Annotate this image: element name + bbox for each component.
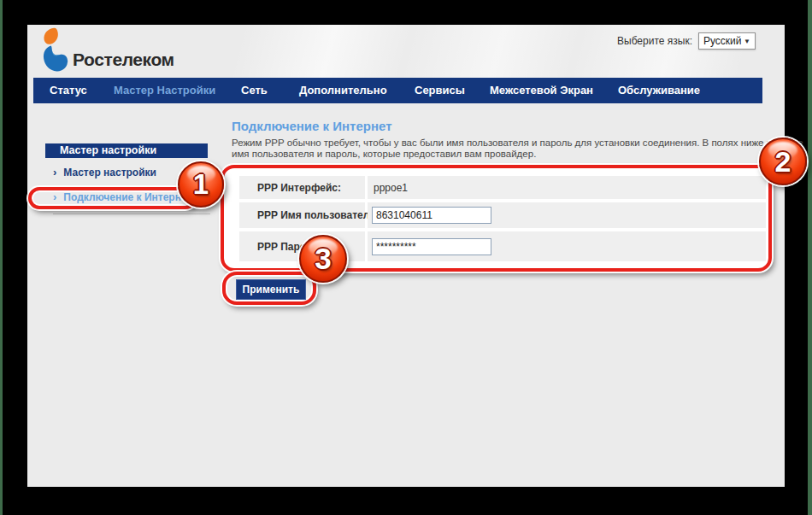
rostelecom-logo: Ростелеком (41, 27, 174, 72)
bullet-icon: › (53, 166, 56, 178)
form-row-username: PPP Имя пользователя: (239, 202, 766, 228)
nav-item-services[interactable]: Сервисы (415, 78, 465, 103)
left-edge-strip (0, 0, 3, 515)
sidebar-item-label: Мастер настройки (63, 167, 156, 178)
annotation-step-3: 3 (299, 235, 347, 283)
description-line: имя пользователя и пароль, которые предо… (232, 149, 779, 160)
nav-item-firewall[interactable]: Межсетевой Экран (490, 78, 593, 103)
nav-item-network[interactable]: Сеть (241, 78, 268, 103)
ppp-username-label: PPP Имя пользователя: (239, 202, 365, 228)
annotation-step-2: 2 (759, 138, 807, 185)
sidebar-header: Мастер настройки (45, 143, 208, 158)
step-number: 3 (315, 242, 331, 276)
description-line: Режим PPP обычно требует, чтобы у вас бы… (232, 138, 779, 149)
annotation-step-1: 1 (178, 161, 224, 208)
page-description: Режим PPP обычно требует, чтобы у вас бы… (232, 138, 779, 160)
step-number: 1 (193, 168, 209, 201)
ppp-interface-value: pppoe1 (368, 176, 766, 199)
ppp-username-input[interactable] (372, 207, 491, 224)
nav-item-maintenance[interactable]: Обслуживание (618, 78, 700, 103)
sidebar-item-wizard[interactable]: ›Мастер настройки (53, 166, 156, 179)
language-value: Русский (703, 35, 742, 47)
language-select[interactable]: Русский ▼ (698, 32, 756, 50)
ppp-password-input[interactable] (372, 238, 491, 255)
right-edge-strip (808, 0, 812, 515)
ppp-username-cell (368, 202, 766, 228)
logo-text: Ростелеком (73, 50, 174, 70)
nav-item-status[interactable]: Статус (50, 78, 87, 103)
ppp-interface-label: PPP Интерфейс: (239, 176, 365, 199)
annotation-rect-sidebar (28, 187, 197, 209)
nav-item-wizard[interactable]: Мастер Настройки (114, 78, 215, 103)
apply-button[interactable]: Применить (236, 279, 306, 300)
step-number: 2 (775, 145, 791, 178)
main-nav: Статус Мастер Настройки Сеть Дополнитель… (33, 78, 762, 103)
form-row-interface: PPP Интерфейс: pppoe1 (239, 176, 766, 199)
ppp-password-cell (368, 231, 766, 261)
rostelecom-logo-icon (41, 27, 70, 72)
sidebar-divider (53, 214, 210, 214)
dropdown-arrow-icon: ▼ (744, 38, 750, 45)
nav-item-advanced[interactable]: Дополнительно (299, 78, 387, 103)
screen: Ростелеком Выберите язык: Русский ▼ Стат… (0, 0, 812, 515)
page-title: Подключение к Интернет (232, 119, 392, 133)
language-label: Выберите язык: (590, 35, 692, 47)
